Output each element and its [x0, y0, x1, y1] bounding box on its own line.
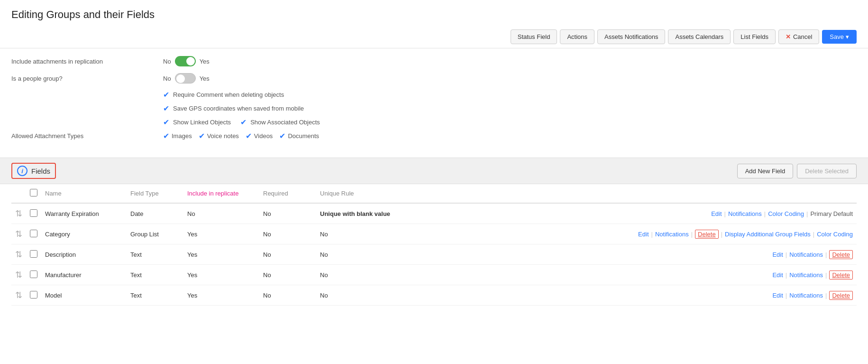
images-check-icon: ✔	[163, 131, 169, 140]
select-all-checkbox[interactable]	[30, 189, 37, 196]
field-unique-rule: No	[316, 224, 411, 244]
action-link-notifications[interactable]: Notifications	[655, 231, 689, 238]
action-link-color-coding[interactable]: Color Coding	[768, 210, 804, 217]
action-link-display-additional-group-fields[interactable]: Display Additional Group Fields	[725, 231, 811, 238]
delete-selected-button[interactable]: Delete Selected	[797, 164, 857, 178]
assets-notifications-button[interactable]: Assets Notifications	[597, 29, 665, 44]
action-link-notifications[interactable]: Notifications	[789, 271, 823, 279]
action-link-edit[interactable]: Edit	[772, 251, 783, 258]
row-checkbox[interactable]	[30, 250, 37, 258]
row-checkbox[interactable]	[30, 209, 37, 217]
is-people-group-no-label: No	[163, 75, 171, 82]
field-include-in-replicate: Yes	[183, 224, 259, 244]
fields-header: i Fields Add New Field Delete Selected	[0, 158, 868, 184]
attachment-documents: ✔ Documents	[279, 131, 319, 140]
col-name-header: Name	[41, 184, 127, 203]
drag-handle[interactable]: ⇅	[11, 265, 26, 285]
add-new-field-button[interactable]: Add New Field	[737, 164, 794, 178]
status-field-button[interactable]: Status Field	[511, 29, 557, 44]
field-required: No	[259, 203, 316, 224]
field-required: No	[259, 224, 316, 244]
save-gps-row: ✔ Save GPS coordinates when saved from m…	[11, 104, 857, 113]
drag-handle[interactable]: ⇅	[11, 224, 26, 244]
row-checkbox-cell	[26, 224, 41, 244]
drag-handle[interactable]: ⇅	[11, 244, 26, 265]
save-button[interactable]: Save ▾	[822, 30, 857, 44]
info-icon[interactable]: i	[17, 166, 27, 176]
action-link-edit[interactable]: Edit	[711, 210, 722, 217]
field-include-in-replicate: No	[183, 203, 259, 224]
field-include-in-replicate: Yes	[183, 244, 259, 265]
table-row: ⇅Warranty ExpirationDateNoNoUnique with …	[11, 203, 857, 224]
assets-calendars-button[interactable]: Assets Calendars	[668, 29, 731, 44]
row-checkbox-cell	[26, 244, 41, 265]
field-actions: Edit|Notifications|Delete	[415, 291, 853, 300]
is-people-group-label: Is a people group?	[11, 75, 163, 82]
action-link-notifications[interactable]: Notifications	[728, 210, 762, 217]
table-row: ⇅ManufacturerTextYesNoNoEdit|Notificatio…	[11, 265, 857, 285]
cancel-button[interactable]: ✕ Cancel	[778, 29, 819, 44]
include-attachments-control: No Yes	[163, 56, 210, 66]
row-checkbox[interactable]	[30, 291, 37, 299]
delete-link[interactable]: Delete	[829, 271, 853, 280]
action-separator: |	[691, 231, 693, 238]
page-title: Editing Groups and their Fields	[11, 9, 857, 21]
page-header: Editing Groups and their Fields	[0, 0, 868, 26]
actions-button[interactable]: Actions	[560, 29, 594, 44]
field-include-in-replicate: Yes	[183, 265, 259, 285]
row-checkbox-cell	[26, 203, 41, 224]
table-row: ⇅ModelTextYesNoNoEdit|Notifications|Dele…	[11, 285, 857, 306]
delete-link[interactable]: Delete	[829, 291, 853, 300]
include-attachments-row: Include attachments in replication No Ye…	[11, 56, 857, 66]
col-type-header: Field Type	[127, 184, 183, 203]
show-linked-check-icon: ✔	[163, 118, 169, 127]
show-associated-check-icon: ✔	[240, 118, 247, 127]
row-checkbox[interactable]	[30, 271, 37, 278]
row-checkbox[interactable]	[30, 230, 37, 237]
action-separator: |	[825, 271, 827, 279]
delete-link[interactable]: Delete	[829, 250, 853, 259]
drag-handle[interactable]: ⇅	[11, 203, 26, 224]
drag-handle[interactable]: ⇅	[11, 285, 26, 306]
action-link-edit[interactable]: Edit	[772, 292, 783, 299]
save-gps-label: Save GPS coordinates when saved from mob…	[173, 105, 304, 112]
form-section: Include attachments in replication No Ye…	[0, 48, 868, 153]
action-link-edit[interactable]: Edit	[638, 231, 649, 238]
is-people-group-toggle[interactable]	[175, 73, 196, 84]
field-name: Description	[41, 244, 127, 265]
action-link-color-coding[interactable]: Color Coding	[817, 231, 853, 238]
toggle-knob-2	[176, 75, 185, 83]
voice-notes-label: Voice notes	[207, 132, 239, 140]
videos-check-icon: ✔	[246, 131, 252, 140]
col-actions-header	[411, 184, 857, 203]
field-actions: Edit|Notifications|Delete	[415, 271, 853, 280]
field-required: No	[259, 244, 316, 265]
field-required: No	[259, 265, 316, 285]
include-attachments-toggle[interactable]	[175, 56, 196, 66]
field-actions: Edit|Notifications|Color Coding|Primary …	[415, 210, 853, 217]
row-checkbox-cell	[26, 265, 41, 285]
is-people-group-yes-label: Yes	[200, 75, 210, 82]
field-name: Manufacturer	[41, 265, 127, 285]
show-associated-label: Show Associated Objects	[250, 119, 320, 126]
toolbar: Status Field Actions Assets Notification…	[0, 26, 868, 48]
field-actions-cell: Edit|Notifications|Color Coding|Primary …	[411, 203, 857, 224]
action-link-notifications[interactable]: Notifications	[789, 251, 823, 258]
delete-link-boxed[interactable]: Delete	[695, 230, 719, 239]
list-fields-button[interactable]: List Fields	[733, 29, 776, 44]
require-comment-check-icon: ✔	[163, 90, 169, 99]
show-objects-row: ✔ Show Linked Objects ✔ Show Associated …	[11, 118, 857, 127]
field-actions: Edit|Notifications|Delete|Display Additi…	[415, 230, 853, 239]
attachment-videos: ✔ Videos	[246, 131, 273, 140]
field-type: Group List	[127, 224, 183, 244]
action-link-notifications[interactable]: Notifications	[789, 292, 823, 299]
table-row: ⇅DescriptionTextYesNoNoEdit|Notification…	[11, 244, 857, 265]
attachment-voice-notes: ✔ Voice notes	[199, 131, 239, 140]
action-link-edit[interactable]: Edit	[772, 271, 783, 279]
include-attachments-yes-label: Yes	[200, 58, 210, 65]
include-attachments-no-label: No	[163, 58, 171, 65]
action-separator: |	[764, 210, 766, 217]
toggle-knob	[186, 57, 195, 65]
table-header-row: Name Field Type Include in replicate Req…	[11, 184, 857, 203]
action-text-primary-default: Primary Default	[810, 210, 853, 217]
